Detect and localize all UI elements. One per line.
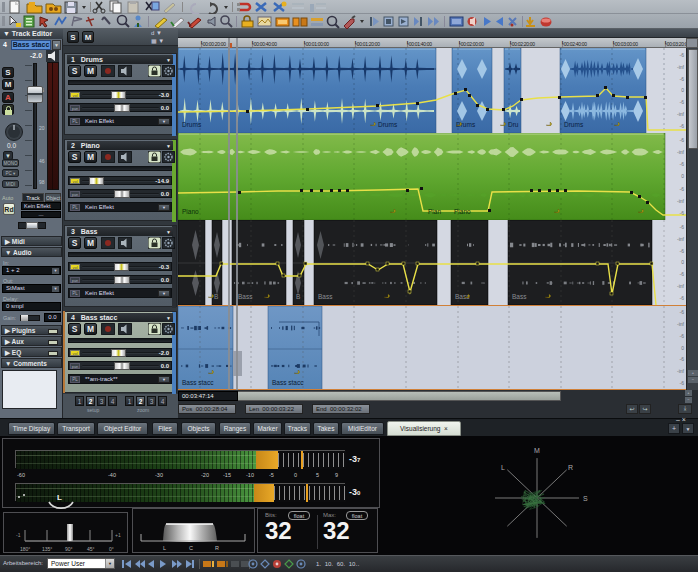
svg-text:90°: 90° <box>65 546 73 552</box>
svg-text:L: L <box>501 464 505 471</box>
svg-text:R: R <box>215 545 219 551</box>
svg-text:C: C <box>189 545 193 551</box>
svg-text:135°: 135° <box>42 546 52 552</box>
svg-text:0°: 0° <box>109 546 114 552</box>
svg-text:R: R <box>568 464 573 471</box>
svg-text:-1: -1 <box>16 532 21 538</box>
svg-text:180°: 180° <box>20 546 30 552</box>
svg-text:S: S <box>583 495 588 502</box>
svg-text:L: L <box>163 545 166 551</box>
svg-text:45°: 45° <box>87 546 95 552</box>
svg-text:M: M <box>534 447 540 454</box>
svg-text:+1: +1 <box>115 532 121 538</box>
